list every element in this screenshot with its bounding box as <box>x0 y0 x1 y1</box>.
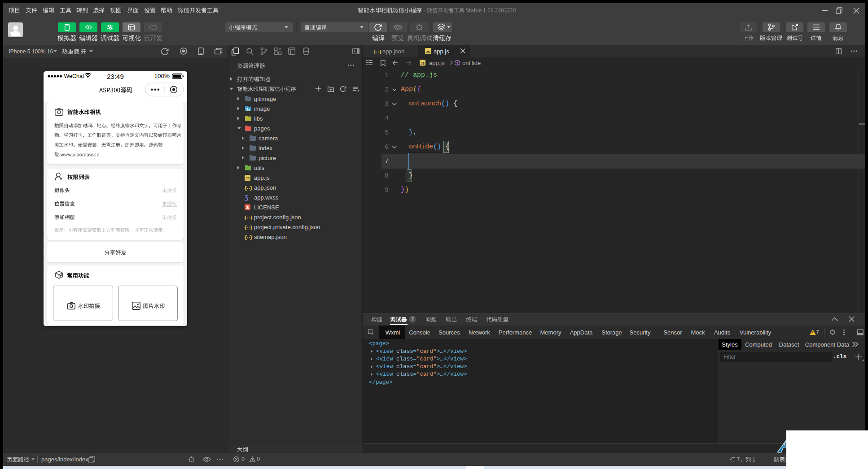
svg-text:{··}: {··} <box>244 234 253 240</box>
svg-text:Ʒ: Ʒ <box>245 194 248 201</box>
svg-text:JS: JS <box>245 176 250 180</box>
svg-text:JS: JS <box>421 61 425 65</box>
svg-text:JS: JS <box>426 50 430 54</box>
svg-text:{··}: {··} <box>244 225 253 230</box>
svg-text:{··}: {··} <box>244 215 253 221</box>
svg-text:{··}: {··} <box>373 49 382 55</box>
svg-text:{··}: {··} <box>244 185 253 191</box>
